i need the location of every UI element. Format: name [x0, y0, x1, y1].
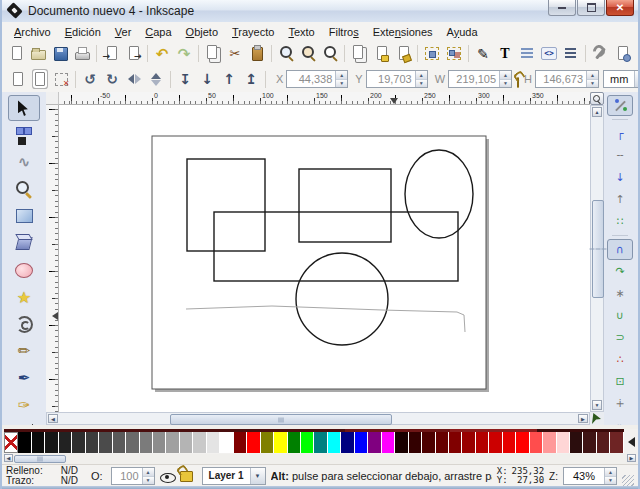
vertical-scroll-thumb[interactable] — [592, 200, 604, 298]
duplicate-button[interactable] — [348, 43, 370, 65]
palette-swatch[interactable] — [301, 432, 314, 453]
h-step-down[interactable]: ▼ — [587, 79, 598, 88]
snap-rotation-centers-button[interactable]: ∔ — [607, 393, 633, 414]
snap-path-intersections-button[interactable]: ∗ — [607, 283, 633, 304]
zoom-selection-button[interactable] — [275, 43, 297, 65]
print-document-button[interactable] — [71, 43, 93, 65]
export-button[interactable] — [122, 43, 144, 65]
layers-dialog-button[interactable] — [516, 43, 538, 65]
ungroup-button[interactable] — [443, 43, 465, 65]
raise-to-top-button[interactable] — [240, 68, 262, 90]
snap-smooth-nodes-button[interactable]: ⊃ — [607, 327, 633, 348]
menu-trayecto[interactable]: Trayecto — [225, 24, 281, 40]
raise-button[interactable] — [218, 68, 240, 90]
pencil-tool-button[interactable] — [8, 338, 40, 364]
palette-swatch[interactable] — [583, 432, 596, 453]
opacity-step-down[interactable]: ▼ — [143, 476, 154, 485]
palette-swatch[interactable] — [476, 432, 489, 453]
menu-texto[interactable]: Texto — [281, 24, 321, 40]
palette-swatch[interactable] — [328, 432, 341, 453]
star-tool-button[interactable] — [8, 284, 40, 310]
undo-button[interactable] — [151, 43, 173, 65]
palette-swatch[interactable] — [59, 432, 72, 453]
calligraphy-tool-button[interactable] — [8, 392, 40, 418]
align-dialog-button[interactable] — [560, 43, 582, 65]
zoom-step-down[interactable]: ▼ — [605, 476, 616, 485]
xml-editor-button[interactable] — [538, 43, 560, 65]
palette-swatch[interactable] — [247, 432, 260, 453]
y-step-down[interactable]: ▼ — [416, 79, 427, 88]
h-step-up[interactable]: ▲ — [587, 71, 598, 79]
lower-to-bottom-button[interactable] — [174, 68, 196, 90]
palette-swatch[interactable] — [382, 432, 395, 453]
menu-ayuda[interactable]: Ayuda — [440, 24, 485, 40]
snap-midpoints-button[interactable]: ∴ — [607, 349, 633, 370]
palette-scroll-thumb[interactable] — [14, 455, 66, 463]
palette-scroll-left-arrow[interactable]: ◀ — [4, 454, 13, 462]
palette-swatch[interactable] — [261, 432, 274, 453]
open-document-button[interactable] — [27, 43, 49, 65]
unlink-clone-button[interactable] — [392, 43, 414, 65]
opacity-field[interactable]: 100 ▲▼ — [111, 467, 155, 485]
units-dropdown[interactable]: mm ▼ — [603, 70, 640, 88]
x-step-down[interactable]: ▼ — [336, 79, 347, 88]
close-button[interactable]: ✕ — [606, 0, 634, 16]
paste-button[interactable] — [246, 43, 268, 65]
menu-filtros[interactable]: Filtros — [322, 24, 366, 40]
palette-swatch[interactable] — [395, 432, 408, 453]
cut-button[interactable] — [224, 43, 246, 65]
palette-swatch[interactable] — [503, 432, 516, 453]
palette-swatch[interactable] — [409, 432, 422, 453]
palette-swatch[interactable] — [18, 432, 31, 453]
scroll-right-arrow[interactable]: ▶ — [578, 414, 588, 423]
copy-button[interactable] — [202, 43, 224, 65]
palette-swatch[interactable] — [516, 432, 529, 453]
snap-bbox-centers-button[interactable]: ∷ — [607, 211, 633, 232]
snap-bbox-edges-button[interactable]: ╌ — [607, 145, 633, 166]
lock-ratio-icon[interactable] — [517, 77, 519, 88]
palette-swatch[interactable] — [166, 432, 179, 453]
enable-snapping-button[interactable] — [607, 95, 633, 116]
ellipse-tool-button[interactable] — [8, 257, 40, 283]
snap-bbox-edge-midpoints-button[interactable]: ↑ — [607, 189, 633, 210]
palette-swatch[interactable] — [45, 432, 58, 453]
new-document-button[interactable] — [5, 43, 27, 65]
palette-swatch[interactable] — [86, 432, 99, 453]
palette-swatch[interactable] — [355, 432, 368, 453]
palette-swatch[interactable] — [274, 432, 287, 453]
document-properties-button[interactable] — [611, 43, 633, 65]
save-document-button[interactable] — [49, 43, 71, 65]
rotate-ccw-button[interactable] — [79, 68, 101, 90]
w-step-up[interactable]: ▲ — [500, 71, 511, 79]
vertical-scrollbar[interactable]: ▲ ▼ — [590, 105, 604, 412]
create-clone-button[interactable] — [370, 43, 392, 65]
sticky-zoom-button[interactable] — [590, 92, 604, 105]
zoom-page-button[interactable] — [319, 43, 341, 65]
selector-tool-button[interactable] — [8, 95, 40, 121]
select-all-layers-button[interactable] — [28, 68, 50, 90]
menu-archivo[interactable]: Archivo — [7, 24, 58, 40]
palette-swatch[interactable] — [113, 432, 126, 453]
layer-dropdown[interactable]: Layer 1 ▼ — [202, 467, 266, 485]
minimize-button[interactable] — [548, 0, 576, 16]
snap-cusp-nodes-button[interactable]: ∪ — [607, 305, 633, 326]
height-field[interactable]: 146,673 ▲▼ — [535, 70, 599, 88]
palette-swatch[interactable] — [32, 432, 45, 453]
snap-bounding-box-button[interactable]: ┌ — [607, 123, 633, 144]
snap-paths-button[interactable]: ↷ — [607, 261, 633, 282]
flip-vertical-button[interactable] — [145, 68, 167, 90]
palette-swatch[interactable] — [99, 432, 112, 453]
palette-swatch[interactable] — [72, 432, 85, 453]
palette-swatch[interactable] — [193, 432, 206, 453]
bezier-pen-tool-button[interactable] — [8, 365, 40, 391]
w-step-down[interactable]: ▼ — [500, 79, 511, 88]
scroll-down-arrow[interactable]: ▼ — [592, 400, 602, 410]
opacity-step-up[interactable]: ▲ — [143, 468, 154, 476]
snap-nodes-button[interactable]: ∩ — [607, 239, 633, 260]
rotate-cw-button[interactable] — [101, 68, 123, 90]
palette-swatch[interactable] — [288, 432, 301, 453]
group-button[interactable] — [421, 43, 443, 65]
zoom-tool-button[interactable] — [8, 176, 40, 202]
y-field[interactable]: 19,703 ▲▼ — [366, 70, 428, 88]
spiral-tool-button[interactable] — [8, 311, 40, 337]
